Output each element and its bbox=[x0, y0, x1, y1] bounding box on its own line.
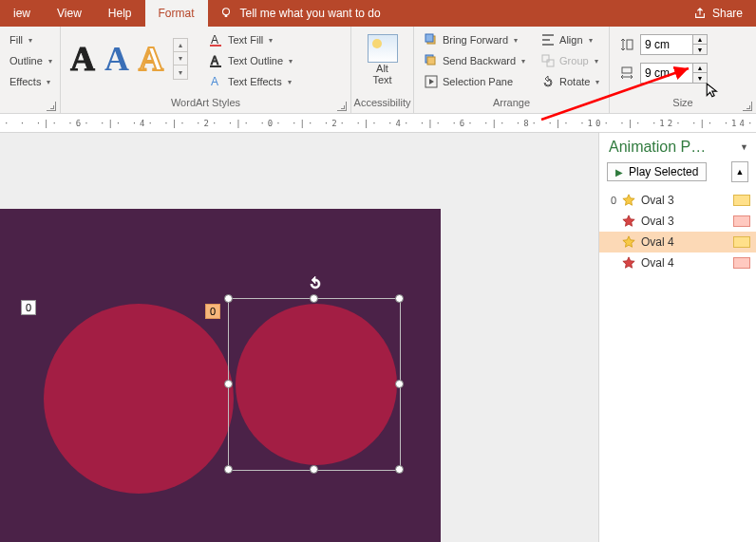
bring-forward-label: Bring Forward bbox=[443, 34, 508, 46]
rotate-handle-icon[interactable] bbox=[307, 274, 324, 291]
rotate-icon bbox=[540, 74, 556, 89]
alt-text-l2: Text bbox=[372, 74, 391, 85]
menu-bar: iew View Help Format Tell me what you wa… bbox=[0, 0, 756, 27]
resize-handle-n[interactable] bbox=[310, 294, 318, 303]
height-spin-up[interactable]: ▲ bbox=[693, 35, 707, 45]
align-button[interactable]: Align▾ bbox=[537, 30, 603, 49]
send-backward-button[interactable]: Send Backward▾ bbox=[420, 51, 529, 70]
star-icon bbox=[622, 235, 635, 249]
animation-pane-menu[interactable]: ▼ bbox=[740, 142, 748, 152]
selection-box[interactable] bbox=[228, 298, 401, 471]
width-spin-up[interactable]: ▲ bbox=[693, 64, 707, 73]
animation-item-name: Oval 3 bbox=[641, 215, 728, 228]
resize-handle-ne[interactable] bbox=[395, 294, 404, 303]
svg-rect-8 bbox=[425, 34, 433, 42]
animation-item[interactable]: 0Oval 3 bbox=[599, 190, 756, 211]
horizontal-ruler: · · ·|· ·6· ·|· ·4· ·|· ·2· ·|· ·0· ·|· … bbox=[0, 114, 756, 133]
shape-outline-button[interactable]: Outline▾ bbox=[6, 51, 56, 70]
group-wordart-label: WordArt Styles bbox=[61, 96, 350, 113]
animation-duration-bar bbox=[733, 236, 750, 248]
shape-fill-button[interactable]: Fill▾ bbox=[6, 30, 56, 49]
text-outline-icon: A bbox=[209, 53, 224, 68]
svg-rect-14 bbox=[627, 40, 633, 49]
svg-rect-5 bbox=[210, 65, 221, 67]
slide[interactable]: 0 0 bbox=[0, 209, 441, 542]
tell-me-search[interactable]: Tell me what you want to do bbox=[208, 0, 680, 27]
selection-pane-icon bbox=[424, 74, 439, 89]
gallery-scroll-down[interactable]: ▾ bbox=[174, 52, 187, 65]
dialog-launcher-icon[interactable] bbox=[743, 102, 752, 111]
wordart-preset-3[interactable]: A bbox=[139, 42, 163, 76]
gallery-more[interactable]: ▾ bbox=[174, 65, 187, 79]
wordart-gallery[interactable]: A A A ▴ ▾ ▾ bbox=[66, 30, 198, 80]
shape-oval-3[interactable] bbox=[44, 304, 234, 494]
resize-handle-se[interactable] bbox=[395, 465, 404, 474]
resize-handle-s[interactable] bbox=[310, 465, 318, 474]
rotate-label: Rotate bbox=[559, 76, 590, 87]
group-button[interactable]: Group▾ bbox=[537, 51, 603, 70]
group-icon bbox=[540, 53, 556, 68]
group-label: Group bbox=[559, 55, 589, 66]
resize-handle-w[interactable] bbox=[224, 380, 233, 388]
shape-height-input[interactable]: ▲▼ bbox=[640, 34, 708, 55]
gallery-scroll-up[interactable]: ▴ bbox=[174, 39, 187, 52]
selection-pane-button[interactable]: Selection Pane bbox=[420, 72, 529, 91]
tell-me-placeholder: Tell me what you want to do bbox=[240, 7, 381, 20]
alt-text-icon bbox=[368, 34, 398, 63]
animation-index: 0 bbox=[607, 195, 616, 206]
reorder-up-button[interactable]: ▲ bbox=[731, 161, 748, 182]
tab-help[interactable]: Help bbox=[95, 0, 145, 27]
text-outline-button[interactable]: A Text Outline▾ bbox=[205, 51, 296, 70]
text-effects-button[interactable]: A Text Effects▾ bbox=[205, 72, 296, 91]
width-spin-down[interactable]: ▼ bbox=[693, 73, 707, 83]
resize-handle-sw[interactable] bbox=[224, 465, 233, 474]
animation-item[interactable]: Oval 4 bbox=[599, 232, 756, 252]
dialog-launcher-icon[interactable] bbox=[337, 102, 347, 111]
svg-rect-1 bbox=[224, 15, 227, 17]
animation-tag-oval4[interactable]: 0 bbox=[205, 304, 220, 319]
shape-effects-button[interactable]: Effects▾ bbox=[6, 72, 56, 91]
share-button[interactable]: Share bbox=[680, 0, 756, 27]
resize-handle-e[interactable] bbox=[395, 380, 404, 388]
group-arrange: Bring Forward▾ Send Backward▾ Selection … bbox=[414, 27, 610, 113]
animation-duration-bar bbox=[733, 215, 750, 227]
selection-pane-label: Selection Pane bbox=[443, 76, 513, 87]
bring-forward-icon bbox=[424, 32, 439, 47]
svg-rect-13 bbox=[547, 60, 554, 66]
star-icon bbox=[622, 256, 635, 270]
animation-item[interactable]: Oval 4 bbox=[599, 252, 756, 273]
play-icon: ▶ bbox=[615, 167, 623, 178]
wordart-preset-2[interactable]: A bbox=[104, 42, 129, 76]
shape-width-input[interactable]: ▲▼ bbox=[640, 63, 708, 84]
bring-forward-button[interactable]: Bring Forward▾ bbox=[420, 30, 529, 49]
animation-tag-oval3[interactable]: 0 bbox=[21, 300, 36, 315]
animation-item-name: Oval 4 bbox=[641, 256, 728, 270]
text-outline-label: Text Outline bbox=[228, 55, 283, 66]
text-effects-label: Text Effects bbox=[228, 76, 282, 87]
alt-text-button[interactable]: Alt Text bbox=[361, 30, 405, 85]
animation-item[interactable]: Oval 3 bbox=[599, 211, 756, 232]
align-label: Align bbox=[559, 34, 582, 46]
svg-rect-10 bbox=[427, 57, 435, 65]
tab-view[interactable]: View bbox=[44, 0, 95, 27]
shape-height-field[interactable] bbox=[641, 38, 692, 51]
rotate-button[interactable]: Rotate▾ bbox=[537, 72, 603, 91]
text-fill-button[interactable]: A Text Fill▾ bbox=[205, 30, 296, 49]
tab-review[interactable]: iew bbox=[0, 0, 44, 27]
tab-format[interactable]: Format bbox=[145, 0, 208, 27]
star-icon bbox=[622, 194, 635, 207]
play-selected-button[interactable]: ▶ Play Selected bbox=[607, 162, 707, 181]
animation-list: 0Oval 3Oval 3Oval 4Oval 4 bbox=[599, 190, 756, 273]
wordart-preset-1[interactable]: A bbox=[70, 42, 95, 76]
svg-text:A: A bbox=[211, 54, 218, 67]
resize-handle-nw[interactable] bbox=[224, 294, 233, 303]
share-icon bbox=[693, 7, 707, 20]
ruler-ticks: · · ·|· ·6· ·|· ·4· ·|· ·2· ·|· ·0· ·|· … bbox=[4, 119, 756, 128]
slide-canvas[interactable]: 0 0 bbox=[0, 133, 598, 542]
height-spin-down[interactable]: ▼ bbox=[693, 45, 707, 54]
animation-duration-bar bbox=[733, 257, 750, 269]
lightbulb-icon bbox=[219, 7, 233, 20]
dialog-launcher-icon[interactable] bbox=[47, 102, 56, 111]
share-label: Share bbox=[712, 7, 743, 20]
shape-width-field[interactable] bbox=[641, 66, 692, 80]
